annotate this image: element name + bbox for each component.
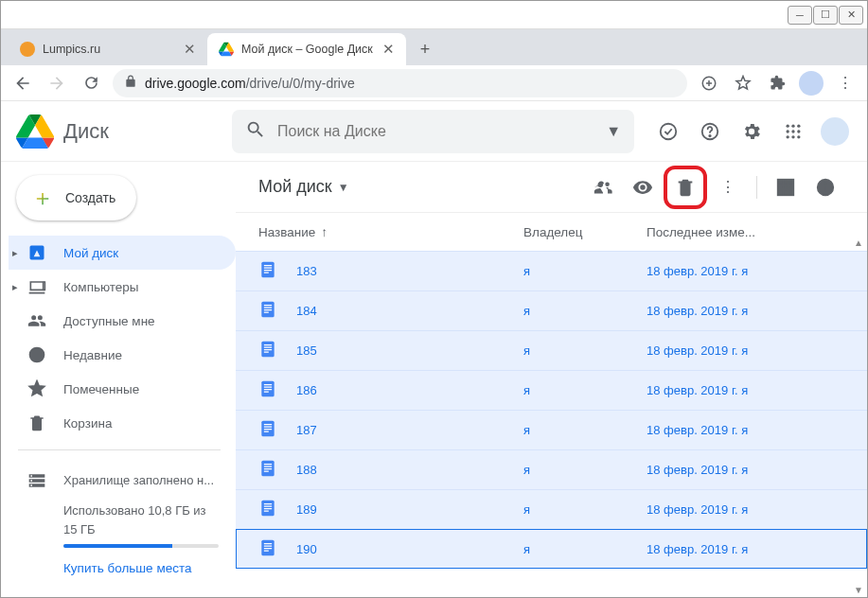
sidebar-item-computers[interactable]: ▸Компьютеры <box>9 270 236 304</box>
sidebar-item-my-drive[interactable]: ▸Мой диск <box>9 236 236 270</box>
column-owner[interactable]: Владелец <box>523 225 647 239</box>
info-button[interactable] <box>806 168 844 206</box>
search-options-icon[interactable]: ▼ <box>606 123 621 140</box>
apps-grid-icon[interactable] <box>776 114 810 149</box>
file-modified: 18 февр. 2019 г. я <box>647 463 844 477</box>
url-text: drive.google.com/drive/u/0/my-drive <box>145 76 355 91</box>
window-close-button[interactable]: ✕ <box>839 6 863 25</box>
file-owner: я <box>523 383 647 397</box>
expand-icon[interactable]: ▸ <box>12 281 18 293</box>
nav-forward-button[interactable] <box>44 71 69 96</box>
svg-rect-44 <box>264 468 272 469</box>
ready-offline-icon[interactable] <box>651 114 685 149</box>
svg-rect-55 <box>264 551 269 552</box>
svg-rect-40 <box>264 431 269 432</box>
expand-icon[interactable]: ▸ <box>12 247 18 259</box>
svg-rect-48 <box>264 506 272 507</box>
search-box[interactable]: ▼ <box>232 110 634 153</box>
divider <box>18 449 221 450</box>
svg-rect-37 <box>264 424 272 425</box>
file-name: 184 <box>296 304 317 318</box>
svg-rect-23 <box>264 308 272 308</box>
buy-storage-link[interactable]: Купить больше места <box>63 561 219 575</box>
file-modified: 18 февр. 2019 г. я <box>647 502 844 517</box>
nav-back-button[interactable] <box>10 71 35 96</box>
file-row[interactable]: 186я18 февр. 2019 г. я <box>236 370 867 410</box>
sidebar: ＋ Создать ▸Мой диск▸КомпьютерыДоступные … <box>1 162 236 598</box>
sidebar-item-label: Помеченные <box>63 382 139 396</box>
browser-toolbar: drive.google.com/drive/u/0/my-drive ⋮ <box>1 65 867 101</box>
docs-file-icon <box>258 538 277 560</box>
svg-rect-19 <box>264 270 272 271</box>
more-actions-button[interactable]: ⋮ <box>709 168 747 206</box>
tab-close-icon[interactable]: ✕ <box>382 41 395 58</box>
file-row[interactable]: 189я18 февр. 2019 г. я <box>236 489 867 529</box>
svg-rect-54 <box>264 548 272 549</box>
file-modified: 18 февр. 2019 г. я <box>647 423 844 437</box>
file-owner: я <box>523 304 647 318</box>
window-minimize-button[interactable]: ─ <box>788 6 812 25</box>
sidebar-item-label: Компьютеры <box>63 280 139 294</box>
sidebar-item-trash[interactable]: Корзина <box>9 406 236 440</box>
svg-rect-29 <box>264 349 272 350</box>
sidebar-item-shared[interactable]: Доступные мне <box>9 304 236 338</box>
file-modified: 18 февр. 2019 г. я <box>647 304 844 318</box>
file-row[interactable]: 184я18 февр. 2019 г. я <box>236 290 867 330</box>
scroll-down-arrow-icon[interactable]: ▼ <box>854 585 863 595</box>
new-tab-button[interactable]: + <box>412 36 438 62</box>
svg-rect-27 <box>264 344 272 345</box>
scrollbar[interactable]: ▲ ▼ <box>852 237 865 595</box>
svg-rect-45 <box>264 471 269 472</box>
breadcrumb[interactable]: Мой диск ▼ <box>258 177 349 197</box>
recent-icon <box>27 345 46 364</box>
docs-file-icon <box>258 379 277 401</box>
install-app-icon[interactable] <box>697 71 721 96</box>
sidebar-item-recent[interactable]: Недавние <box>9 338 236 372</box>
browser-tab[interactable]: Мой диск – Google Диск✕ <box>207 33 406 65</box>
storage-header[interactable]: Хранилище заполнено н... <box>27 464 219 498</box>
column-name[interactable]: Название ↑ <box>258 225 523 239</box>
create-button[interactable]: ＋ Создать <box>16 175 136 220</box>
drive-logo[interactable]: Диск <box>16 114 224 149</box>
sort-arrow-up-icon: ↑ <box>321 225 328 239</box>
extensions-icon[interactable] <box>765 71 789 96</box>
nav-reload-button[interactable] <box>79 71 103 96</box>
tab-close-icon[interactable]: ✕ <box>184 41 196 58</box>
divider <box>756 176 757 199</box>
file-row[interactable]: 185я18 февр. 2019 г. я <box>236 330 867 370</box>
file-row[interactable]: 183я18 февр. 2019 г. я <box>236 251 867 290</box>
window-maximize-button[interactable]: ☐ <box>813 6 838 25</box>
search-icon <box>245 119 266 144</box>
sidebar-item-label: Мой диск <box>63 246 118 260</box>
column-modified[interactable]: Последнее изме... <box>647 225 844 239</box>
file-name: 186 <box>296 383 317 397</box>
browser-menu-icon[interactable]: ⋮ <box>833 71 858 96</box>
settings-gear-icon[interactable] <box>735 114 769 149</box>
file-name: 188 <box>296 463 317 477</box>
layout-grid-button[interactable] <box>767 168 805 206</box>
svg-point-3 <box>709 134 710 135</box>
bookmark-star-icon[interactable] <box>731 71 755 96</box>
file-row[interactable]: 187я18 февр. 2019 г. я <box>236 410 867 449</box>
svg-rect-30 <box>264 352 269 353</box>
svg-rect-38 <box>264 427 272 428</box>
profile-avatar[interactable] <box>799 71 824 96</box>
delete-button[interactable] <box>664 166 707 209</box>
sidebar-item-starred[interactable]: Помеченные <box>9 372 236 406</box>
tab-favicon <box>219 42 234 57</box>
share-button[interactable] <box>584 168 622 206</box>
browser-tab[interactable]: Lumpics.ru✕ <box>9 33 207 65</box>
breadcrumb-label: Мой диск <box>258 177 332 197</box>
chevron-down-icon: ▼ <box>338 181 349 194</box>
file-row[interactable]: 188я18 февр. 2019 г. я <box>236 449 867 489</box>
account-avatar[interactable] <box>818 114 852 149</box>
svg-rect-28 <box>264 347 272 348</box>
support-icon[interactable] <box>693 114 727 149</box>
scroll-up-arrow-icon[interactable]: ▲ <box>854 237 863 248</box>
search-input[interactable] <box>277 123 594 140</box>
file-row[interactable]: 190я18 февр. 2019 г. я <box>236 529 867 569</box>
svg-point-6 <box>797 124 800 127</box>
address-bar[interactable]: drive.google.com/drive/u/0/my-drive <box>113 69 687 97</box>
preview-button[interactable] <box>624 168 662 206</box>
svg-rect-47 <box>264 503 272 504</box>
